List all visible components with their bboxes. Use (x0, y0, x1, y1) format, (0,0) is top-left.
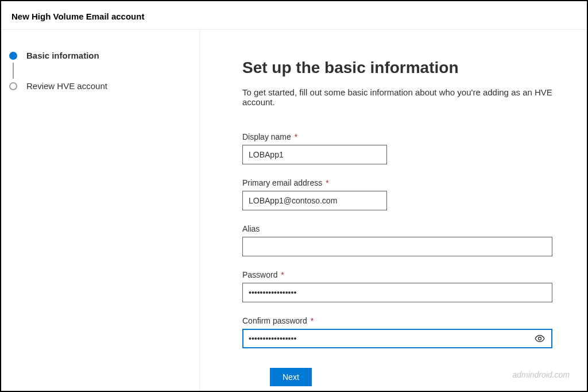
primary-email-input[interactable] (242, 191, 387, 210)
watermark: admindroid.com (512, 370, 570, 379)
required-asterisk: * (281, 270, 284, 279)
alias-input[interactable] (242, 237, 552, 256)
confirm-password-label: Confirm password * (242, 316, 564, 325)
step-indicator-inactive-icon (9, 82, 17, 90)
step-basic-information[interactable]: Basic information (9, 51, 188, 60)
step-review-hve-account[interactable]: Review HVE account (9, 81, 188, 91)
panel-title: New High Volume Email account (11, 11, 577, 21)
form-group-password: Password * (242, 270, 564, 302)
required-asterisk: * (326, 178, 328, 187)
step-label: Basic information (26, 51, 99, 60)
confirm-password-input[interactable] (242, 329, 552, 348)
next-button[interactable]: Next (270, 368, 312, 386)
page-subtitle: To get started, fill out some basic info… (242, 87, 564, 107)
form-group-display-name: Display name * (242, 132, 564, 164)
form-group-alias: Alias (242, 224, 564, 256)
primary-email-label: Primary email address * (242, 178, 564, 187)
alias-label: Alias (242, 224, 564, 233)
required-asterisk: * (311, 316, 314, 325)
password-label: Password * (242, 270, 564, 279)
confirm-password-wrapper (242, 329, 552, 348)
display-name-label: Display name * (242, 132, 564, 141)
wizard-sidebar: Basic information Review HVE account (1, 30, 200, 390)
form-group-confirm-password: Confirm password * (242, 316, 564, 348)
svg-point-0 (539, 337, 541, 340)
step-indicator-active-icon (9, 52, 17, 60)
main-container: Basic information Review HVE account Set… (1, 30, 587, 390)
content-area: Set up the basic information To get star… (200, 30, 587, 390)
page-title: Set up the basic information (242, 59, 564, 77)
toggle-password-visibility-icon[interactable] (534, 333, 546, 344)
panel-header: New High Volume Email account (1, 1, 587, 30)
step-label: Review HVE account (26, 81, 107, 91)
step-connector (13, 63, 14, 79)
form-group-primary-email: Primary email address * (242, 178, 564, 210)
required-asterisk: * (295, 132, 297, 141)
display-name-input[interactable] (242, 145, 387, 164)
password-input[interactable] (242, 283, 552, 302)
